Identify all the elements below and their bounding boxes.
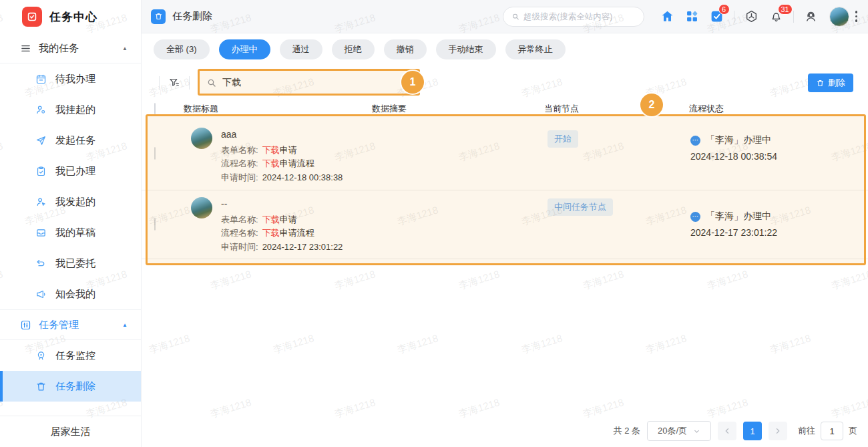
- table-tail: [142, 259, 868, 267]
- page-trash-icon: [151, 9, 166, 24]
- collapse-arrow-icon: ▲: [122, 45, 128, 51]
- status-text: 「李海」办理中: [706, 210, 771, 222]
- sidebar-item-delegated[interactable]: 我已委托: [0, 248, 141, 279]
- search-icon: [511, 12, 520, 21]
- form-name-line: 表单名称:下载申请: [221, 144, 343, 158]
- home-icon: [660, 9, 674, 23]
- delete-button[interactable]: 删除: [808, 73, 853, 92]
- page-unit-label: 页: [849, 425, 857, 437]
- page-size-select[interactable]: 20条/页: [647, 421, 711, 441]
- main-content: 任务删除 6 31: [142, 0, 868, 447]
- highlighted-keyword: 下载: [262, 158, 280, 168]
- prev-page-button[interactable]: [718, 422, 736, 440]
- person-launch-icon: [35, 196, 47, 208]
- sidebar-item-task-monitor[interactable]: 任务监控: [0, 340, 141, 371]
- monitor-icon: [35, 350, 47, 361]
- filter-tab-rejected[interactable]: 拒绝: [332, 39, 375, 59]
- keyword-search[interactable]: [199, 70, 421, 96]
- sidebar-item-cc-to-me[interactable]: 知会我的: [0, 279, 141, 309]
- status-time: 2024-12-17 23:01:22: [690, 227, 868, 238]
- status-filter-tabs: 全部 (3) 办理中 通过 拒绝 撤销 手动结束 异常终止: [142, 33, 868, 65]
- delegate-icon: [35, 258, 47, 269]
- paper-plane-icon: [35, 135, 47, 146]
- sidebar: 任务中心 我的任务 ▲ 待我办理 我挂起的 发起任务 我已办理 我发起的 我的草…: [0, 0, 142, 447]
- processing-icon: [690, 136, 700, 146]
- sidebar-item-pending-tasks[interactable]: 待我办理: [0, 63, 141, 94]
- page-title: 任务删除: [172, 10, 212, 23]
- apps-button[interactable]: [680, 5, 704, 29]
- trash-icon: [35, 381, 47, 392]
- filter-button[interactable]: [160, 77, 189, 89]
- processing-icon: [690, 212, 700, 222]
- row-checkbox[interactable]: [154, 218, 156, 231]
- history-button[interactable]: [739, 5, 764, 29]
- filter-tab-abnormal-end[interactable]: 异常终止: [505, 39, 566, 59]
- data-title: aaa: [221, 128, 343, 142]
- global-search-input[interactable]: [523, 12, 635, 21]
- highlighted-keyword: 下载: [262, 228, 280, 238]
- apply-time-line: 申请时间:2024-12-18 00:38:38: [221, 171, 343, 185]
- sidebar-section-my-tasks[interactable]: 我的任务 ▲: [0, 33, 141, 63]
- current-page-button[interactable]: 1: [743, 422, 762, 440]
- avatar: [191, 197, 212, 218]
- sliders-icon: [20, 319, 31, 331]
- todo-badge: 6: [718, 4, 730, 15]
- table-row[interactable]: -- 表单名称:下载申请 流程名称:下载申请流程 申请时间:2024-12-17…: [142, 190, 868, 259]
- search-icon: [206, 78, 217, 88]
- clipboard-check-icon: [35, 166, 47, 177]
- row-checkbox[interactable]: [154, 147, 156, 160]
- filter-tab-manual-end[interactable]: 手动结束: [436, 39, 496, 59]
- select-all-checkbox[interactable]: [154, 103, 156, 114]
- notifications-button[interactable]: 31: [764, 5, 789, 29]
- column-header-summary: 数据摘要: [357, 103, 529, 115]
- form-name-line: 表单名称:下载申请: [221, 213, 343, 227]
- sidebar-item-drafts[interactable]: 我的草稿: [0, 217, 141, 248]
- next-page-button[interactable]: [769, 422, 787, 440]
- sidebar-item-task-delete[interactable]: 任务删除: [0, 371, 141, 402]
- filter-tab-in-progress[interactable]: 办理中: [219, 39, 270, 59]
- keyword-search-input[interactable]: [222, 78, 403, 88]
- sidebar-section-task-management[interactable]: 任务管理 ▲: [0, 310, 141, 339]
- app-logo-icon: [22, 7, 42, 27]
- chevron-right-icon: [774, 427, 782, 435]
- status-time: 2024-12-18 00:38:54: [690, 151, 868, 162]
- user-avatar[interactable]: [829, 7, 849, 27]
- app-logo-row[interactable]: 任务中心: [0, 0, 141, 33]
- headset-person-icon: [804, 9, 818, 23]
- sidebar-item-home-life[interactable]: 居家生活: [0, 416, 141, 447]
- sidebar-item-initiate-task[interactable]: 发起任务: [0, 125, 141, 156]
- sidebar-item-suspended[interactable]: 我挂起的: [0, 94, 141, 125]
- filter-tab-revoked[interactable]: 撤销: [384, 39, 427, 59]
- avatar: [191, 128, 212, 149]
- filter-tab-approved[interactable]: 通过: [280, 39, 322, 59]
- apply-time-line: 申请时间:2024-12-17 23:01:22: [221, 241, 343, 255]
- goto-page-input[interactable]: [821, 422, 843, 440]
- filter-tab-all[interactable]: 全部 (3): [154, 39, 210, 59]
- table-row[interactable]: aaa 表单名称:下载申请 流程名称:下载申请流程 申请时间:2024-12-1…: [142, 117, 868, 190]
- process-name-line: 流程名称:下载申请流程: [221, 227, 343, 241]
- support-button[interactable]: [799, 5, 823, 29]
- more-menu-icon[interactable]: [854, 8, 863, 25]
- status-text: 「李海」办理中: [706, 134, 771, 146]
- divider: [189, 76, 190, 90]
- megaphone-icon: [35, 289, 47, 300]
- highlighted-keyword: 下载: [262, 145, 280, 155]
- hexagon-clock-icon: [744, 9, 758, 23]
- trash-icon: [816, 79, 825, 88]
- current-node-tag: 中间任务节点: [548, 198, 613, 216]
- divider: [734, 11, 734, 23]
- global-search[interactable]: [503, 7, 644, 27]
- highlighted-keyword: 下载: [262, 214, 280, 225]
- collapse-arrow-icon: ▲: [122, 322, 128, 328]
- column-header-title: 数据标题: [172, 103, 357, 115]
- sidebar-item-initiated-by-me[interactable]: 我发起的: [0, 186, 141, 217]
- chevron-left-icon: [723, 427, 731, 435]
- sidebar-item-handled[interactable]: 我已办理: [0, 156, 141, 186]
- topbar: 任务删除 6 31: [142, 0, 868, 33]
- home-button[interactable]: [655, 5, 680, 29]
- total-count: 共 2 条: [614, 425, 640, 437]
- table-toolbar: 删除: [142, 65, 868, 100]
- menu-icon: [20, 43, 31, 54]
- todo-button[interactable]: 6: [704, 5, 729, 29]
- column-header-status: 流程状态: [674, 103, 868, 115]
